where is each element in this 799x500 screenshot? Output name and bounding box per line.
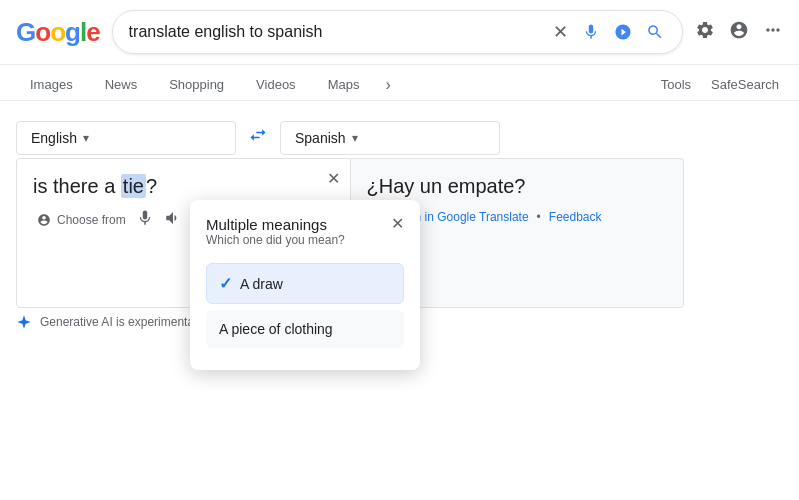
separator: • xyxy=(537,210,541,224)
tab-images[interactable]: Images xyxy=(16,69,87,100)
google-logo: Google xyxy=(16,17,100,48)
source-text-highlight: tie xyxy=(121,174,146,198)
nav-tabs: Images News Shopping Videos Maps › Tools… xyxy=(0,65,799,101)
tab-maps[interactable]: Maps xyxy=(314,69,374,100)
settings-button[interactable] xyxy=(695,20,715,45)
popup-title-text: Multiple meanings xyxy=(206,216,345,233)
safesearch-button[interactable]: SafeSearch xyxy=(707,69,783,100)
tab-news[interactable]: News xyxy=(91,69,152,100)
profile-button[interactable] xyxy=(729,20,749,45)
language-bar: English ▾ Spanish ▾ xyxy=(16,117,684,158)
tools-button[interactable]: Tools xyxy=(657,69,695,100)
source-language-label: English xyxy=(31,130,77,146)
target-text: ¿Hay un empate? xyxy=(367,171,668,201)
target-language-label: Spanish xyxy=(295,130,346,146)
nav-right: Tools SafeSearch xyxy=(657,69,783,100)
popup-close-button[interactable]: ✕ xyxy=(391,216,404,232)
popup-option-draw[interactable]: ✓ A draw xyxy=(206,263,404,304)
popup-option-clothing[interactable]: A piece of clothing xyxy=(206,310,404,348)
popup-option-clothing-label: A piece of clothing xyxy=(219,321,333,337)
choose-from: Choose from xyxy=(37,213,126,227)
source-text-suffix: ? xyxy=(146,175,157,197)
choose-from-label: Choose from xyxy=(57,213,126,227)
target-language-select[interactable]: Spanish ▾ xyxy=(280,121,500,155)
search-button[interactable] xyxy=(644,21,666,43)
source-text-prefix: is there a xyxy=(33,175,121,197)
source-language-chevron: ▾ xyxy=(83,131,89,145)
apps-button[interactable] xyxy=(763,20,783,45)
check-icon: ✓ xyxy=(219,274,232,293)
header-right xyxy=(695,20,783,45)
choose-from-icon xyxy=(37,213,51,227)
popup-subtitle-text: Which one did you mean? xyxy=(206,233,345,247)
header: Google ✕ xyxy=(0,0,799,65)
clear-search-button[interactable]: ✕ xyxy=(551,19,570,45)
search-icons: ✕ xyxy=(551,19,666,45)
search-input[interactable] xyxy=(129,23,541,41)
target-language-chevron: ▾ xyxy=(352,131,358,145)
ai-sparkle-icon xyxy=(16,314,32,330)
source-language-select[interactable]: English ▾ xyxy=(16,121,236,155)
popup-option-draw-label: A draw xyxy=(240,276,283,292)
popup-header: Multiple meanings Which one did you mean… xyxy=(206,216,404,259)
clear-source-button[interactable]: ✕ xyxy=(327,169,340,188)
lens-button[interactable] xyxy=(612,21,634,43)
microphone-button[interactable] xyxy=(136,209,154,231)
feedback-link[interactable]: Feedback xyxy=(549,210,602,224)
search-bar: ✕ xyxy=(112,10,683,54)
ai-experimental-label: Generative AI is experimental xyxy=(40,315,197,329)
more-tabs-button[interactable]: › xyxy=(377,70,398,100)
multiple-meanings-popup: Multiple meanings Which one did you mean… xyxy=(190,200,420,370)
tab-videos[interactable]: Videos xyxy=(242,69,310,100)
source-text: is there a tie? xyxy=(33,171,334,201)
swap-languages-button[interactable] xyxy=(236,117,280,158)
popup-title: Multiple meanings Which one did you mean… xyxy=(206,216,345,259)
tab-shopping[interactable]: Shopping xyxy=(155,69,238,100)
voice-search-button[interactable] xyxy=(580,21,602,43)
speaker-button[interactable] xyxy=(164,209,182,231)
